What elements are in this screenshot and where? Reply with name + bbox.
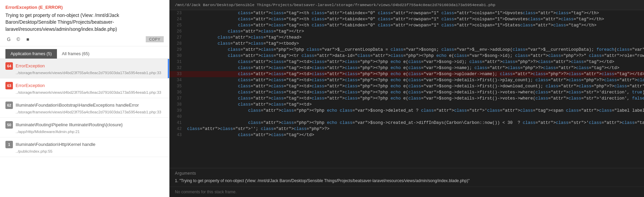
frame-active-bar [168, 59, 169, 78]
google-icon[interactable]: G [5, 36, 12, 43]
code-line: 41 class="attr">class="php"><?php echo c… [169, 120, 644, 126]
code-line: 43 class="attr">class="tag"></td> [169, 132, 644, 138]
line-number: 38 [169, 102, 186, 108]
frame-number: 63 [5, 82, 13, 89]
code-line: 40 [169, 114, 644, 120]
line-number: 39 [169, 108, 186, 114]
line-number: 23 [169, 10, 186, 16]
line-content: class="attr">class="tag"><td>class="attr… [186, 65, 644, 71]
line-content: class="attr">class="tag"><th class="attr… [186, 10, 644, 16]
frame-item-header: 1 Illuminate\Foundation\Http\Kernel hand… [5, 141, 164, 148]
frame-item-header: 50 Illuminate\Routing\Pipeline Illuminat… [5, 121, 164, 129]
code-line: 27 class="attr">class="tag"></thead> [169, 35, 644, 41]
code-line: 39 class="attr">class="php"><?php echo c… [169, 108, 644, 114]
line-content [186, 114, 644, 120]
line-number: 35 [169, 83, 186, 89]
line-number: 43 [169, 132, 186, 138]
code-line: 36 class="attr">class="tag"><td>class="a… [169, 89, 644, 95]
comments-text: No comments for this stack frame. [175, 190, 639, 194]
tab-all-frames[interactable]: All frames (65) [57, 49, 95, 59]
left-panel: ErrorException (E_ERROR) Trying to get p… [0, 0, 169, 197]
line-content: class="attr">class="tag"><tr class="attr… [186, 53, 644, 59]
line-content: class="attr">class="tag"><th class="attr… [186, 16, 644, 22]
error-message: Trying to get property of non-object (Vi… [5, 12, 164, 32]
line-number: 36 [169, 89, 186, 95]
line-content: class="attr">class="tag"><td>class="attr… [186, 83, 644, 89]
line-number: 31 [169, 59, 186, 65]
frame-number: 1 [5, 141, 13, 148]
code-line: 23 class="attr">class="tag"><th class="a… [169, 10, 644, 16]
frame-class: Illuminate\Foundation\Bootstrap\HandleEx… [16, 103, 139, 108]
line-number: 30 [169, 53, 186, 59]
argument-item: 1. "Trying to get property of non-object… [175, 178, 639, 184]
line-content: class="attr">class="tag"><th class="attr… [186, 22, 644, 28]
line-number: 37 [169, 95, 186, 102]
line-content: class="attr">class="tag"></td> [186, 132, 644, 138]
line-number: 27 [169, 35, 186, 41]
frame-number: 50 [5, 121, 13, 129]
line-number: 42 [169, 126, 186, 132]
code-area[interactable]: 23 class="attr">class="tag"><th class="a… [169, 10, 644, 168]
line-content: class="attr">class="tag"><td>class="attr… [186, 95, 644, 102]
frame-class: Illuminate\Foundation\Http\Kernel handle [16, 142, 96, 147]
line-content: class="attr">class="tag"><td>class="attr… [186, 59, 644, 65]
code-line: 31 class="attr">class="tag"><td>class="a… [169, 59, 644, 65]
code-line: 38 class="attr">class="tag"><td> [169, 102, 644, 108]
frame-number: 62 [5, 102, 13, 109]
line-content: class="attr">class="tag"><td>class="attr… [186, 89, 644, 95]
line-number: 28 [169, 41, 186, 47]
line-number: 24 [169, 16, 186, 22]
frame-item[interactable]: 1 Illuminate\Foundation\Http\Kernel hand… [0, 137, 169, 157]
error-type: ErrorException (E_ERROR) [5, 5, 164, 10]
frame-item[interactable]: 64 ErrorException ../storage/framework/v… [0, 59, 169, 79]
line-number: 33 [169, 71, 186, 77]
tab-application-frames[interactable]: Application frames (5) [5, 49, 57, 59]
frame-item-header: 63 ErrorException [5, 82, 164, 89]
frame-class: Illuminate\Routing\Pipeline Illuminate\R… [16, 122, 123, 127]
code-line: 35 class="attr">class="tag"><td>class="a… [169, 83, 644, 89]
line-number: 25 [169, 22, 186, 28]
comments-section: No comments for this stack frame. [169, 187, 644, 197]
frame-class: ErrorException [16, 83, 45, 88]
line-content: class="attr">class="php"><?php echo clas… [186, 120, 644, 126]
frame-number: 64 [5, 62, 13, 70]
line-number: 32 [169, 65, 186, 71]
line-number: 29 [169, 47, 186, 53]
code-line: 32 class="attr">class="tag"><td>class="a… [169, 65, 644, 71]
line-number: 26 [169, 28, 186, 35]
frame-item[interactable]: 50 Illuminate\Routing\Pipeline Illuminat… [0, 118, 169, 137]
line-content: class="attr">class="tag"><td>class="attr… [186, 71, 644, 77]
line-content: class="attr">class="str">''; class="attr… [186, 126, 644, 132]
right-panel: /mnt/d/Jack Baron/Desktop/Sensible Thing… [169, 0, 644, 197]
line-number: 41 [169, 120, 186, 126]
line-content: class="attr">class="tag"><td>class="attr… [186, 77, 644, 83]
frame-item-header: 64 ErrorException [5, 62, 164, 70]
code-line: 37 class="attr">class="tag"><td>class="a… [169, 95, 644, 102]
line-content: class="attr">class="tag"></thead> [186, 35, 644, 41]
code-line: 24 class="attr">class="tag"><th class="a… [169, 16, 644, 22]
line-content: class="attr">class="php"><?php echo clas… [186, 108, 644, 114]
frame-path: ../public/index.php:55 [16, 149, 164, 153]
line-content: class="attr">class="tag"></tr> [186, 28, 644, 35]
stackoverflow-icon[interactable]: © [15, 36, 22, 43]
arguments-section: Arguments 1. "Trying to get property of … [169, 168, 644, 187]
code-line: 29 class="attr">class="php"><?php class=… [169, 47, 644, 53]
line-number: 34 [169, 77, 186, 83]
code-line: 42class="attr">class="str">''; class="at… [169, 126, 644, 132]
line-content: class="attr">class="tag"><tbody> [186, 41, 644, 47]
frames-list: 64 ErrorException ../storage/framework/v… [0, 59, 169, 197]
line-content: class="attr">class="tag"><td> [186, 102, 644, 108]
frame-item[interactable]: 63 ErrorException ../storage/framework/v… [0, 79, 169, 98]
code-line: 26 class="attr">class="tag"></tr> [169, 28, 644, 35]
frame-class: ErrorException [16, 63, 45, 68]
error-icons: G © ■ COPY [5, 36, 164, 43]
copy-button[interactable]: COPY [146, 36, 164, 42]
code-line: 30 class="attr">class="tag"><tr class="a… [169, 53, 644, 59]
frame-item[interactable]: 62 Illuminate\Foundation\Bootstrap\Handl… [0, 98, 169, 118]
line-number: 40 [169, 114, 186, 120]
line-content: class="attr">class="php"><?php class="va… [186, 47, 644, 53]
frame-item-header: 62 Illuminate\Foundation\Bootstrap\Handl… [5, 102, 164, 109]
frame-path: ../app/Http/Middleware/Admin.php:21 [16, 130, 164, 134]
code-line: 34 class="attr">class="tag"><td>class="a… [169, 77, 644, 83]
github-icon[interactable]: ■ [24, 36, 31, 43]
